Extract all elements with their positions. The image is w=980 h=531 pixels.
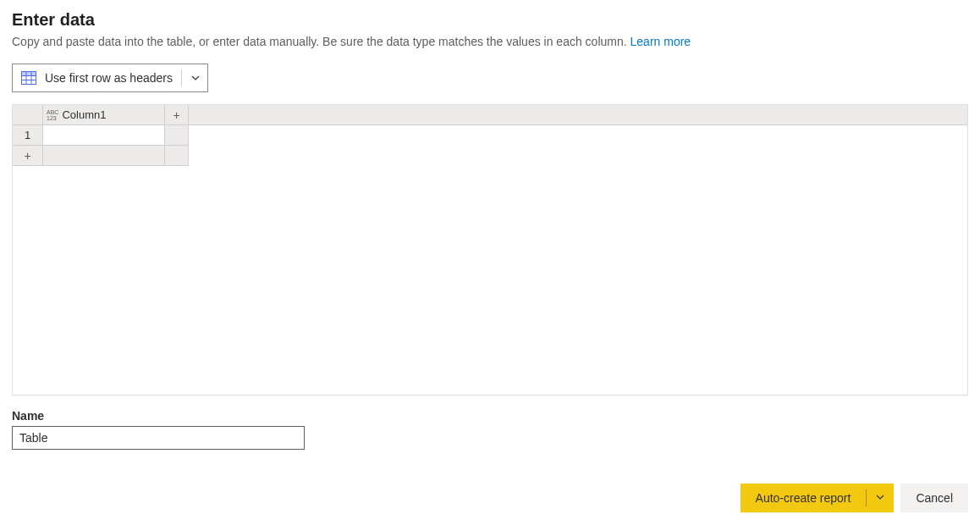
auto-create-report-dropdown[interactable]	[870, 484, 894, 512]
grid-corner-cell	[13, 105, 43, 124]
chevron-down-icon[interactable]	[190, 73, 201, 83]
chevron-down-icon	[875, 491, 885, 505]
add-row-stub	[43, 146, 165, 166]
row-stub-cell	[165, 125, 189, 146]
learn-more-link[interactable]: Learn more	[630, 35, 691, 48]
button-divider	[181, 69, 182, 86]
subtitle-text: Copy and paste data into the table, or e…	[12, 35, 630, 48]
page-subtitle: Copy and paste data into the table, or e…	[12, 35, 968, 48]
dialog-footer: Auto-create report Cancel	[12, 484, 968, 512]
column-type-icon: ABC 123	[47, 109, 58, 121]
data-cell[interactable]	[43, 125, 165, 146]
auto-create-report-button[interactable]: Auto-create report	[741, 484, 867, 512]
split-divider	[866, 490, 867, 506]
use-first-row-label: Use first row as headers	[45, 71, 173, 85]
add-row-stub-end	[165, 146, 189, 166]
page-title: Enter data	[12, 10, 968, 30]
row-number[interactable]: 1	[13, 125, 43, 146]
add-column-button[interactable]: +	[165, 105, 189, 124]
data-grid: ABC 123 Column1 + 1 +	[12, 104, 968, 395]
grid-add-row: +	[13, 146, 967, 166]
grid-data-row: 1	[13, 125, 967, 146]
column-header[interactable]: ABC 123 Column1	[43, 105, 165, 124]
cancel-button[interactable]: Cancel	[900, 484, 968, 512]
grid-header-row: ABC 123 Column1 +	[13, 105, 967, 125]
name-label: Name	[12, 409, 968, 423]
add-row-button[interactable]: +	[13, 146, 43, 166]
auto-create-report-split-button: Auto-create report	[741, 484, 895, 512]
name-input[interactable]	[12, 426, 305, 450]
use-first-row-button[interactable]: Use first row as headers	[12, 64, 208, 92]
table-icon	[21, 71, 36, 85]
svg-rect-1	[22, 72, 36, 76]
name-section: Name	[12, 409, 968, 450]
column-name: Column1	[62, 108, 106, 121]
